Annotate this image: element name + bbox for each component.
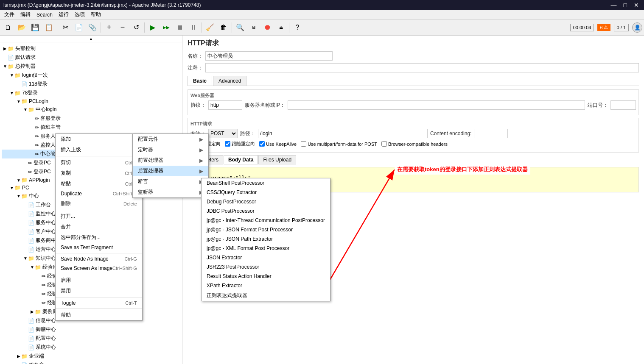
tree-item-enterprise[interactable]: ▶ 📁 企业端 [2, 352, 180, 361]
tree-item-master-control[interactable]: ▼ 📁 总控制器 [2, 62, 180, 71]
ctx-duplicate[interactable]: Duplicate Ctrl+Shift-C [56, 189, 142, 198]
ctx-add[interactable]: 添加 ▶ [56, 134, 142, 144]
close-button[interactable]: ✕ [632, 2, 641, 8]
pp-jsr223[interactable]: JSR223 PostProcessor [202, 262, 330, 272]
ctx-insert-parent[interactable]: 插入上级 ▶ [56, 144, 142, 155]
browser-compatible-checkbox[interactable] [381, 141, 387, 147]
ctx-save-partial[interactable]: 选中部分保存为... [56, 232, 142, 243]
copy-button[interactable]: 📄 [73, 21, 85, 34]
tree-item-center-login[interactable]: ▼ 📁 中心login [2, 105, 180, 114]
sub-config[interactable]: 配置元件 ▶ [133, 134, 208, 144]
follow-redirect-checkbox[interactable] [225, 141, 230, 147]
tree-item-shift-master[interactable]: ✏ 值班主管 [2, 123, 180, 132]
saveas-button[interactable]: 📋 [42, 21, 55, 34]
tab-advanced[interactable]: Advanced [213, 76, 246, 86]
run-nopause-button[interactable]: ▶▶ [160, 21, 173, 34]
pp-jp-json-format[interactable]: jp@gc - JSON Format Post Processor [202, 225, 330, 234]
method-select[interactable]: POST GET PUT DELETE [208, 129, 238, 138]
protocol-input[interactable] [208, 100, 242, 110]
save-button[interactable]: 💾 [29, 21, 42, 34]
pp-debug[interactable]: Debug PostProcessor [202, 197, 330, 206]
path-input[interactable] [258, 129, 428, 138]
open-button[interactable]: 📂 [15, 21, 28, 34]
menu-run[interactable]: 运行 [56, 10, 71, 19]
cut-button[interactable]: ✂ [59, 21, 72, 34]
multipart-checkbox[interactable] [301, 141, 306, 147]
clearall-button[interactable]: 🗑 [217, 21, 230, 34]
help-button[interactable]: ? [291, 21, 304, 34]
pp-beanshell[interactable]: BeanShell PostProcessor [202, 178, 330, 188]
ctx-toggle[interactable]: Toggle Ctrl-T [56, 298, 142, 308]
pp-json-extractor[interactable]: JSON Extractor [202, 253, 330, 262]
menu-edit[interactable]: 编辑 [18, 10, 33, 19]
stop-button[interactable]: ⏹ [174, 21, 186, 34]
clear-button[interactable]: 🧹 [204, 21, 216, 34]
name-input[interactable] [205, 51, 333, 61]
maximize-button[interactable]: □ [622, 2, 629, 8]
ctx-merge[interactable]: 合并 [56, 222, 142, 232]
tree-item-config[interactable]: 📄 配置中心 [2, 334, 180, 343]
tree-item-header-control[interactable]: ▶ 📁 头部控制 [2, 44, 180, 53]
comment-input[interactable] [205, 63, 639, 72]
keepalive-checkbox[interactable] [259, 141, 265, 147]
profile-button[interactable]: 👤 [632, 22, 642, 33]
menu-file[interactable]: 文件 [2, 10, 17, 19]
pp-css-jquery[interactable]: CSS/JQuery Extractor [202, 188, 330, 197]
remote2-button[interactable]: 🛑 [261, 21, 274, 34]
expand-button[interactable]: + [103, 21, 115, 34]
tree-item-merchant[interactable]: 📄 服务商 [2, 361, 180, 364]
run-button[interactable]: ▶ [146, 21, 159, 34]
tree-scroll-up[interactable]: ▲ [89, 36, 93, 41]
menu-help[interactable]: 帮助 [88, 10, 104, 19]
ctx-save-node-img[interactable]: Save Node As Image Ctrl-G [56, 254, 142, 264]
main-tabs: Basic Advanced [188, 76, 639, 86]
ctx-delete[interactable]: 删除 Delete [56, 198, 142, 209]
tab-body-data[interactable]: Body Data [224, 155, 258, 164]
port-input[interactable] [610, 100, 636, 110]
server-input[interactable] [288, 100, 585, 110]
tree-item-pclogin[interactable]: ▼ 📁 PCLogin [2, 97, 180, 105]
tree-item-customer-login[interactable]: ✏ 客服登录 [2, 114, 180, 123]
tab-basic[interactable]: Basic [188, 76, 212, 86]
ctx-enable[interactable]: 启用 [56, 275, 142, 286]
ctx-cut[interactable]: 剪切 Ctrl-X [56, 157, 142, 168]
menu-options[interactable]: 选项 [72, 10, 87, 19]
tree-item-login118[interactable]: 📄 118登录 [2, 80, 180, 89]
remote3-button[interactable]: ⏏ [274, 21, 287, 34]
sub-timer[interactable]: 定时器 ▶ [133, 144, 208, 155]
ctx-save-screen-img[interactable]: Save Screen As Image Ctrl+Shift-G [56, 264, 142, 273]
tree-item-login-once[interactable]: ▼ 📁 login仅一次 [2, 71, 180, 80]
minimize-button[interactable]: — [609, 2, 619, 8]
tab-files-upload[interactable]: Files Upload [258, 155, 296, 164]
pp-xpath[interactable]: XPath Extractor [202, 281, 330, 290]
pp-jdbc[interactable]: JDBC PostProcessor [202, 206, 330, 216]
new-button[interactable]: 🗋 [2, 21, 14, 34]
pp-result-status[interactable]: Result Status Action Handler [202, 272, 330, 281]
sub-pre-processor[interactable]: 前置处理器 ▶ [133, 155, 208, 166]
ctx-paste[interactable]: 粘贴 Ctrl-V [56, 178, 142, 189]
paste-button[interactable]: 📎 [86, 21, 99, 34]
tree-item-default-request[interactable]: 📄 默认请求 [2, 53, 180, 62]
pp-jp-json-path[interactable]: jp@gc - JSON Path Extractor [202, 234, 330, 244]
content-encoding-input[interactable] [474, 129, 508, 138]
tree-item-food-center[interactable]: 📄 御膳中心 [2, 325, 180, 334]
ctx-copy[interactable]: 复制 Ctrl-C [56, 168, 142, 178]
pp-jp-interthread[interactable]: jp@gc - Inter-Thread Communication PostP… [202, 216, 330, 225]
reset-button[interactable]: ↺ [130, 21, 143, 34]
sub-listener[interactable]: 监听器 ▶ [133, 187, 208, 197]
ctx-disable[interactable]: 禁用 [56, 286, 142, 296]
pp-jp-xml-format[interactable]: jp@gc - XML Format Post Processor [202, 244, 330, 253]
remote1-button[interactable]: 🖥 [247, 21, 260, 34]
menu-search[interactable]: Search [34, 11, 55, 19]
collapse-button[interactable]: − [116, 21, 129, 34]
ctx-help[interactable]: 帮助 [56, 310, 142, 320]
sub-assertion[interactable]: 断言 ▶ [133, 176, 208, 187]
ctx-save-fragment[interactable]: Save as Test Fragment [56, 243, 142, 252]
tree-item-system[interactable]: 📄 系统中心 [2, 343, 180, 352]
ctx-open[interactable]: 打开... [56, 211, 142, 222]
sub-post-processor[interactable]: 后置处理器 ▶ [133, 166, 208, 176]
tree-item-login78[interactable]: ▼ 📁 78登录 [2, 89, 180, 97]
search-button[interactable]: 🔍 [234, 21, 246, 34]
shutdown-button[interactable]: ⏸ [187, 21, 200, 34]
pp-regex[interactable]: 正则表达式提取器 [202, 290, 330, 301]
